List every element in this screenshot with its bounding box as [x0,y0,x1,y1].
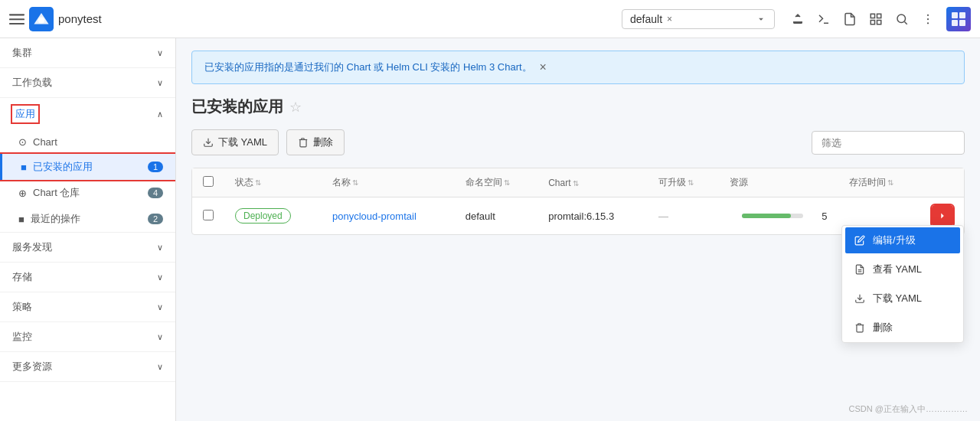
upgrade-sort-icon[interactable]: ⇅ [688,178,694,187]
app-name-link[interactable]: ponycloud-promtail [332,210,416,222]
namespace-selector[interactable]: default × [622,9,775,29]
app-logo-icon [29,7,54,31]
menu-edit-upgrade[interactable]: 编辑/升级 [845,227,960,253]
apps-chevron-icon: ∧ [157,109,163,119]
delete-menu-icon [854,322,865,333]
sidebar-cluster-label: 集群 [12,46,32,60]
action-cell: 编辑/升级 查看 YAML 下载 YAML [921,197,964,235]
upload-icon[interactable] [790,11,805,27]
sidebar-more-header[interactable]: 更多资源 ∨ [0,352,175,381]
age-sort-icon[interactable]: ⇅ [887,178,893,187]
select-all-checkbox[interactable] [203,176,214,187]
action-menu-button[interactable] [932,205,953,227]
trash-icon [298,137,309,148]
svg-rect-16 [959,12,965,18]
svg-rect-17 [952,20,958,26]
sidebar-policy-header[interactable]: 策略 ∨ [0,292,175,321]
policy-chevron-icon: ∨ [157,302,163,312]
sidebar-cluster-header[interactable]: 集群 ∨ [0,38,175,67]
chevron-right-icon [937,210,948,221]
sidebar-policy-label: 策略 [12,300,32,314]
sidebar-installed-icon: ■ [21,162,27,173]
more-resources-chevron-icon: ∨ [157,362,163,372]
sidebar-item-chart[interactable]: ⊙ Chart [0,130,175,154]
info-banner: 已安装的应用指的是通过我们的 Chart 或 Helm CLI 安装的 Helm… [191,51,965,84]
storage-chevron-icon: ∨ [157,273,163,282]
sidebar-storage-label: 存储 [12,270,32,284]
ns-sort-icon[interactable]: ⇅ [504,178,510,187]
svg-rect-15 [952,12,958,18]
status-cell: Deployed [224,197,322,235]
sidebar-item-installed[interactable]: ■ 已安装的应用 1 [0,154,175,180]
sidebar-chart-repo-badge: 4 [148,188,163,198]
svg-rect-6 [871,14,874,18]
sidebar-recent-badge: 2 [148,214,163,224]
monitor-chevron-icon: ∨ [157,332,163,342]
sidebar-more-label: 更多资源 [12,360,52,374]
banner-close-button[interactable]: × [540,60,547,74]
name-sort-icon[interactable]: ⇅ [352,178,358,187]
sidebar-chart-label: Chart [33,136,57,148]
sidebar-service-label: 服务发现 [12,240,52,254]
chart-value: promtail:6.15.3 [548,210,614,222]
more-icon[interactable] [920,11,936,27]
status-sort-icon[interactable]: ⇅ [255,178,261,187]
row-checkbox[interactable] [203,210,214,220]
svg-point-13 [927,18,929,19]
filter-input[interactable] [812,131,965,155]
chevron-down-icon [756,14,766,24]
svg-line-11 [904,21,906,24]
sidebar-monitor-label: 监控 [12,330,32,344]
terminal-icon[interactable] [816,11,831,27]
menu-view-yaml[interactable]: 查看 YAML [842,255,963,284]
namespace-value: default [466,210,495,222]
namespace-close-icon[interactable]: × [667,14,672,24]
favorite-star-icon[interactable]: ☆ [289,99,302,116]
page-title: 已安装的应用 [191,96,283,117]
col-resources: 资源 [719,168,838,197]
menu-download-yaml[interactable]: 下载 YAML [842,284,963,313]
avatar[interactable] [946,7,971,31]
svg-rect-7 [877,14,881,18]
sidebar-storage-header[interactable]: 存储 ∨ [0,263,175,292]
col-namespace: 命名空间⇅ [455,168,537,197]
sidebar-section-monitor: 监控 ∨ [0,322,175,352]
col-status: 状态⇅ [224,168,322,197]
search-icon[interactable] [894,11,910,27]
sidebar: 集群 ∨ 工作负载 ∨ 应用 ∧ ⊙ Chart ■ 已安装的应用 1 ⊕ Ch… [0,0,176,421]
sidebar-apps-header[interactable]: 应用 ∧ [0,98,175,130]
file-icon[interactable] [842,11,858,27]
menu-icon[interactable] [9,11,24,27]
sidebar-workload-header[interactable]: 工作负载 ∨ [0,68,175,97]
sidebar-section-more: 更多资源 ∨ [0,352,175,382]
resources-cell: 5 [719,197,838,235]
workload-chevron-icon: ∨ [157,78,163,88]
download-yaml-menu-label: 下载 YAML [873,292,922,305]
download-icon [203,137,214,148]
apps-table: 状态⇅ 名称⇅ 命名空间⇅ Chart⇅ 可升级⇅ [191,168,965,235]
resources-progress-bar [742,214,803,218]
delete-button[interactable]: 删除 [286,129,345,155]
menu-delete[interactable]: 删除 [842,313,963,342]
namespace-label: default [630,13,662,25]
page-header: 已安装的应用 ☆ [191,96,965,117]
col-name: 名称⇅ [322,168,455,197]
sidebar-section-policy: 策略 ∨ [0,292,175,322]
sidebar-item-recent[interactable]: ■ 最近的操作 2 [0,206,175,232]
sidebar-installed-badge: 1 [148,162,163,172]
sidebar-section-workload: 工作负载 ∨ [0,68,175,98]
sidebar-apps-label: 应用 [12,106,38,122]
sidebar-item-chart-repo[interactable]: ⊕ Chart 仓库 4 [0,180,175,206]
sidebar-workload-label: 工作负载 [12,76,52,90]
grid-icon[interactable] [868,11,884,27]
cluster-chevron-icon: ∨ [157,48,163,58]
banner-text: 已安装的应用指的是通过我们的 Chart 或 Helm CLI 安装的 Helm… [204,60,532,74]
sidebar-service-header[interactable]: 服务发现 ∨ [0,233,175,262]
download-yaml-button[interactable]: 下载 YAML [191,129,279,155]
sidebar-monitor-header[interactable]: 监控 ∨ [0,322,175,351]
footer-text: CSDN @正在输入中…………… [849,403,968,415]
chart-sort-icon[interactable]: ⇅ [573,179,579,188]
svg-rect-18 [959,20,965,26]
sidebar-chart-repo-label: Chart 仓库 [33,186,80,200]
namespace-cell: default [455,197,537,235]
